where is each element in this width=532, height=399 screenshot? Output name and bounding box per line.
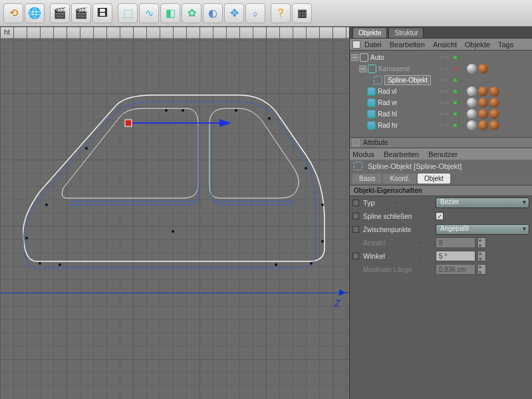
- blob-icon[interactable]: ◐: [203, 3, 223, 23]
- manager-tabs: Objekte Struktur: [350, 27, 532, 39]
- prop-count-label: Anzahl . . . . . .: [363, 239, 433, 247]
- anim-dot-icon[interactable]: [352, 226, 359, 233]
- tree-label-rad-hl[interactable]: Rad hl: [378, 110, 397, 118]
- attribute-manager-menu: Modus Bearbeiten Benutzer: [350, 148, 532, 160]
- svg-point-14: [321, 240, 324, 243]
- object-manager-menu: Datei Bearbeiten Ansicht Objekte Tags: [350, 39, 532, 51]
- menu-tags[interactable]: Tags: [498, 41, 513, 49]
- spinner-icon: [478, 237, 486, 248]
- svg-point-5: [235, 109, 237, 112]
- material-tag-icon[interactable]: [489, 86, 499, 96]
- clapper-open-icon[interactable]: 🎬: [50, 3, 70, 23]
- deform-icon[interactable]: ⬨: [245, 3, 265, 23]
- cylinder-icon: [367, 98, 376, 107]
- view-name-label: ht: [4, 28, 10, 36]
- undo-icon[interactable]: ⟲: [3, 3, 23, 23]
- group-object-properties: Objekt-Eigenschaften: [350, 185, 532, 196]
- enable-dot[interactable]: [454, 124, 457, 127]
- cube-icon[interactable]: ⬚: [118, 3, 138, 23]
- spreadsheet-icon[interactable]: ▦: [292, 3, 312, 23]
- disable-x-icon[interactable]: ×: [454, 65, 458, 72]
- clapper-closed-icon[interactable]: 🎬: [71, 3, 91, 23]
- svg-point-11: [172, 230, 174, 233]
- expand-icon[interactable]: ✥: [224, 3, 244, 23]
- globe-icon[interactable]: 🌐: [25, 3, 45, 23]
- disclosure-icon[interactable]: –: [351, 54, 358, 61]
- object-tree[interactable]: – Auto – Karosserie Spline-Objekt Rad vl: [350, 51, 532, 137]
- tree-label-auto[interactable]: Auto: [370, 54, 384, 61]
- svg-point-17: [268, 117, 271, 120]
- spinner-icon[interactable]: [478, 251, 486, 261]
- selection-title-text: Spline-Objekt [Spline-Objekt]: [368, 162, 462, 170]
- tree-label-rad-vl[interactable]: Rad vl: [378, 88, 396, 95]
- enable-dot[interactable]: [454, 101, 457, 104]
- attr-tab-basis[interactable]: Basis: [352, 174, 382, 184]
- material-tag-icon[interactable]: [478, 64, 488, 74]
- attr-tab-object[interactable]: Objekt: [418, 174, 450, 184]
- tags-column: [467, 52, 499, 131]
- anim-dot-icon[interactable]: [352, 253, 359, 259]
- phong-tag-icon[interactable]: [467, 86, 477, 96]
- attr-menu-edit[interactable]: Bearbeiten: [384, 150, 419, 158]
- material-tag-icon[interactable]: [489, 109, 499, 119]
- selection-title: Spline-Objekt [Spline-Objekt]: [350, 160, 532, 172]
- svg-marker-1: [219, 119, 231, 127]
- svg-point-10: [59, 263, 61, 266]
- anim-dot-icon[interactable]: [352, 213, 359, 219]
- material-tag-icon[interactable]: [478, 86, 488, 96]
- enable-dot[interactable]: [454, 78, 457, 82]
- phong-tag-icon[interactable]: [467, 98, 477, 108]
- attr-tab-coord[interactable]: Koord.: [383, 174, 416, 184]
- material-tag-icon[interactable]: [489, 98, 499, 108]
- viewport[interactable]: ht Z: [0, 27, 349, 399]
- spinner-icon: [478, 264, 486, 275]
- material-tag-icon[interactable]: [478, 120, 488, 130]
- phong-tag-icon[interactable]: [467, 64, 477, 74]
- tab-structure[interactable]: Struktur: [388, 27, 424, 38]
- cylinder-icon: [367, 110, 376, 118]
- help-icon[interactable]: ?: [271, 3, 291, 23]
- menu-edit[interactable]: Bearbeiten: [390, 41, 425, 49]
- spline-icon: [354, 162, 362, 170]
- prop-interp-dropdown[interactable]: Angepaßt: [436, 224, 529, 235]
- tree-label-body[interactable]: Karosserie: [378, 65, 410, 72]
- cylinder-icon: [367, 87, 376, 96]
- svg-point-8: [25, 237, 28, 239]
- menu-file[interactable]: Datei: [364, 41, 382, 49]
- phong-tag-icon[interactable]: [467, 109, 477, 119]
- material-tag-icon[interactable]: [478, 109, 488, 119]
- attr-menu-user[interactable]: Benutzer: [428, 150, 458, 158]
- spiral-icon[interactable]: ∿: [139, 3, 159, 23]
- svg-point-13: [310, 262, 313, 265]
- enable-dot[interactable]: [454, 56, 457, 59]
- tab-objects[interactable]: Objekte: [352, 27, 387, 38]
- prop-type-dropdown[interactable]: Bezier: [436, 198, 529, 208]
- spline-drawing[interactable]: [0, 39, 349, 398]
- tree-label-rad-hr[interactable]: Rad hr: [378, 122, 398, 129]
- menu-objects[interactable]: Objekte: [465, 41, 490, 49]
- prop-close-checkbox[interactable]: ✓: [436, 212, 444, 220]
- material-tag-icon[interactable]: [478, 98, 488, 108]
- manager-grip-icon[interactable]: [352, 41, 360, 49]
- tree-label-spline[interactable]: Spline-Objekt: [384, 75, 431, 85]
- anim-dot-icon[interactable]: [352, 200, 359, 206]
- spline-icon: [374, 76, 382, 84]
- menu-view[interactable]: Ansicht: [433, 41, 457, 49]
- attr-menu-mode[interactable]: Modus: [352, 150, 374, 158]
- prop-maxlen-input: [436, 264, 475, 275]
- tree-label-rad-vr[interactable]: Rad vr: [378, 99, 397, 106]
- prop-angle-input[interactable]: [436, 251, 475, 261]
- cube-soft-icon[interactable]: ◧: [160, 3, 180, 23]
- svg-point-4: [182, 109, 184, 112]
- prop-close-label: Spline schließen: [363, 213, 433, 220]
- phong-tag-icon[interactable]: [467, 120, 477, 130]
- film-icon[interactable]: 🎞: [92, 3, 112, 23]
- material-tag-icon[interactable]: [489, 120, 499, 130]
- prop-count-input: [436, 237, 475, 248]
- enable-dot[interactable]: [454, 112, 457, 116]
- attr-lock-icon[interactable]: [352, 139, 360, 146]
- flower-icon[interactable]: ✿: [182, 3, 201, 23]
- disclosure-icon[interactable]: –: [359, 65, 366, 72]
- enable-dot[interactable]: [454, 90, 457, 93]
- svg-point-16: [305, 167, 307, 170]
